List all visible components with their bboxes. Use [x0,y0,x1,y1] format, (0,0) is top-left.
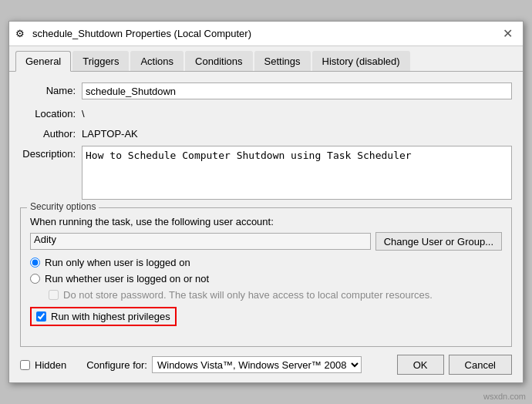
name-row: Name: [20,82,512,99]
radio-whether-logged[interactable] [30,274,40,284]
bottom-left: Hidden Configure for: Windows Vista™, Wi… [20,356,397,373]
privileges-highlight: Run with highest privileges [30,307,177,326]
close-button[interactable]: ✕ [498,25,517,43]
title-bar: ⚙ schedule_Shutdown Properties (Local Co… [9,22,523,46]
watermark: wsxdn.com [483,392,526,401]
window-title: schedule_Shutdown Properties (Local Comp… [32,28,251,39]
no-password-label: Do not store password. The task will onl… [63,289,433,301]
tab-actions[interactable]: Actions [130,51,184,71]
tab-content: Name: Location: \ Author: LAPTOP-AK Desc… [9,72,523,382]
radio-logged-on-label: Run only when user is logged on [45,257,190,268]
window-icon: ⚙ [15,28,28,40]
tab-conditions[interactable]: Conditions [185,51,252,71]
name-label: Name: [20,82,82,96]
user-account-description: When running the task, use the following… [30,216,274,227]
author-label: Author: [20,126,82,140]
location-row: Location: \ [20,106,512,120]
location-value: \ [82,106,512,120]
tab-bar: General Triggers Actions Conditions Sett… [9,46,523,72]
configure-label: Configure for: [86,359,147,371]
configure-select[interactable]: Windows Vista™, Windows Server™ 2008 [152,356,362,373]
name-input[interactable] [82,82,512,99]
hidden-checkbox[interactable] [20,360,30,370]
privileges-row: Run with highest privileges [30,307,502,332]
author-row: Author: LAPTOP-AK [20,126,512,140]
hidden-label: Hidden [35,359,66,371]
radio-whether-row: Run whether user is logged on or not [30,273,502,284]
no-password-checkbox[interactable] [49,290,59,300]
description-input[interactable]: How to Schedule Computer Shutdown using … [82,146,512,200]
no-password-row: Do not store password. The task will onl… [30,289,502,301]
radio-whether-label: Run whether user is logged on or not [45,273,209,284]
change-user-button[interactable]: Change User or Group... [375,232,502,251]
security-section-title: Security options [27,201,99,212]
user-account-field: Adity [30,233,371,250]
user-account-row: Adity Change User or Group... [30,232,502,251]
author-value: LAPTOP-AK [82,126,512,140]
cancel-button[interactable]: Cancel [449,355,512,375]
tab-history[interactable]: History (disabled) [312,51,410,71]
bottom-row: Hidden Configure for: Windows Vista™, Wi… [20,355,512,375]
tab-settings[interactable]: Settings [254,51,311,71]
privileges-label: Run with highest privileges [51,311,170,322]
title-bar-left: ⚙ schedule_Shutdown Properties (Local Co… [15,28,251,40]
tab-general[interactable]: General [15,51,71,72]
location-label: Location: [20,106,82,120]
description-row: Description: How to Schedule Computer Sh… [20,146,512,200]
main-window: ⚙ schedule_Shutdown Properties (Local Co… [8,21,524,383]
radio-logged-on[interactable] [30,258,40,268]
ok-button[interactable]: OK [397,355,444,375]
security-options-box: Security options When running the task, … [20,207,512,347]
radio-logged-on-row: Run only when user is logged on [30,257,502,268]
bottom-right: OK Cancel [397,355,512,375]
user-account-label-row: When running the task, use the following… [30,216,502,227]
privileges-checkbox[interactable] [36,311,46,322]
description-label: Description: [20,146,82,160]
tab-triggers[interactable]: Triggers [72,51,129,71]
